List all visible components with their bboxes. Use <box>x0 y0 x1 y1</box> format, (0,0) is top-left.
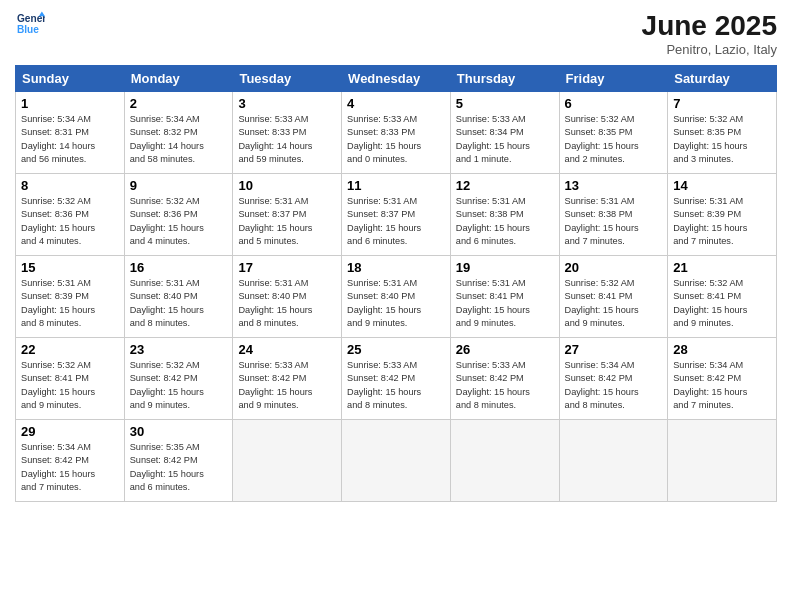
day-info: Sunrise: 5:31 AM Sunset: 8:38 PM Dayligh… <box>456 195 554 248</box>
day-number: 28 <box>673 342 771 357</box>
day-number: 27 <box>565 342 663 357</box>
calendar-table: Sunday Monday Tuesday Wednesday Thursday… <box>15 65 777 502</box>
col-tuesday: Tuesday <box>233 66 342 92</box>
calendar-week-row: 15Sunrise: 5:31 AM Sunset: 8:39 PM Dayli… <box>16 256 777 338</box>
table-row: 9Sunrise: 5:32 AM Sunset: 8:36 PM Daylig… <box>124 174 233 256</box>
table-row: 4Sunrise: 5:33 AM Sunset: 8:33 PM Daylig… <box>342 92 451 174</box>
day-info: Sunrise: 5:32 AM Sunset: 8:35 PM Dayligh… <box>565 113 663 166</box>
day-info: Sunrise: 5:31 AM Sunset: 8:37 PM Dayligh… <box>238 195 336 248</box>
day-number: 22 <box>21 342 119 357</box>
day-number: 4 <box>347 96 445 111</box>
day-number: 19 <box>456 260 554 275</box>
logo: General Blue <box>15 10 45 38</box>
day-info: Sunrise: 5:34 AM Sunset: 8:32 PM Dayligh… <box>130 113 228 166</box>
day-info: Sunrise: 5:32 AM Sunset: 8:41 PM Dayligh… <box>673 277 771 330</box>
day-info: Sunrise: 5:33 AM Sunset: 8:34 PM Dayligh… <box>456 113 554 166</box>
table-row: 21Sunrise: 5:32 AM Sunset: 8:41 PM Dayli… <box>668 256 777 338</box>
day-number: 20 <box>565 260 663 275</box>
day-info: Sunrise: 5:34 AM Sunset: 8:42 PM Dayligh… <box>565 359 663 412</box>
table-row: 11Sunrise: 5:31 AM Sunset: 8:37 PM Dayli… <box>342 174 451 256</box>
day-number: 8 <box>21 178 119 193</box>
day-info: Sunrise: 5:35 AM Sunset: 8:42 PM Dayligh… <box>130 441 228 494</box>
day-info: Sunrise: 5:33 AM Sunset: 8:33 PM Dayligh… <box>238 113 336 166</box>
col-wednesday: Wednesday <box>342 66 451 92</box>
table-row: 7Sunrise: 5:32 AM Sunset: 8:35 PM Daylig… <box>668 92 777 174</box>
table-row <box>233 420 342 502</box>
day-info: Sunrise: 5:31 AM Sunset: 8:39 PM Dayligh… <box>673 195 771 248</box>
table-row: 12Sunrise: 5:31 AM Sunset: 8:38 PM Dayli… <box>450 174 559 256</box>
table-row <box>559 420 668 502</box>
day-number: 9 <box>130 178 228 193</box>
table-row: 20Sunrise: 5:32 AM Sunset: 8:41 PM Dayli… <box>559 256 668 338</box>
day-number: 5 <box>456 96 554 111</box>
table-row <box>668 420 777 502</box>
logo-icon: General Blue <box>17 10 45 38</box>
table-row: 13Sunrise: 5:31 AM Sunset: 8:38 PM Dayli… <box>559 174 668 256</box>
calendar-week-row: 1Sunrise: 5:34 AM Sunset: 8:31 PM Daylig… <box>16 92 777 174</box>
day-info: Sunrise: 5:31 AM Sunset: 8:41 PM Dayligh… <box>456 277 554 330</box>
day-info: Sunrise: 5:32 AM Sunset: 8:42 PM Dayligh… <box>130 359 228 412</box>
table-row: 28Sunrise: 5:34 AM Sunset: 8:42 PM Dayli… <box>668 338 777 420</box>
table-row: 22Sunrise: 5:32 AM Sunset: 8:41 PM Dayli… <box>16 338 125 420</box>
table-row: 24Sunrise: 5:33 AM Sunset: 8:42 PM Dayli… <box>233 338 342 420</box>
col-friday: Friday <box>559 66 668 92</box>
table-row: 17Sunrise: 5:31 AM Sunset: 8:40 PM Dayli… <box>233 256 342 338</box>
table-row: 6Sunrise: 5:32 AM Sunset: 8:35 PM Daylig… <box>559 92 668 174</box>
calendar-week-row: 22Sunrise: 5:32 AM Sunset: 8:41 PM Dayli… <box>16 338 777 420</box>
table-row: 30Sunrise: 5:35 AM Sunset: 8:42 PM Dayli… <box>124 420 233 502</box>
day-info: Sunrise: 5:31 AM Sunset: 8:38 PM Dayligh… <box>565 195 663 248</box>
calendar-week-row: 8Sunrise: 5:32 AM Sunset: 8:36 PM Daylig… <box>16 174 777 256</box>
table-row <box>450 420 559 502</box>
day-info: Sunrise: 5:34 AM Sunset: 8:42 PM Dayligh… <box>21 441 119 494</box>
day-number: 6 <box>565 96 663 111</box>
day-info: Sunrise: 5:34 AM Sunset: 8:31 PM Dayligh… <box>21 113 119 166</box>
day-number: 25 <box>347 342 445 357</box>
day-number: 17 <box>238 260 336 275</box>
header: General Blue June 2025 Penitro, Lazio, I… <box>15 10 777 57</box>
location: Penitro, Lazio, Italy <box>642 42 777 57</box>
day-number: 1 <box>21 96 119 111</box>
title-area: June 2025 Penitro, Lazio, Italy <box>642 10 777 57</box>
table-row: 26Sunrise: 5:33 AM Sunset: 8:42 PM Dayli… <box>450 338 559 420</box>
day-number: 29 <box>21 424 119 439</box>
table-row: 3Sunrise: 5:33 AM Sunset: 8:33 PM Daylig… <box>233 92 342 174</box>
table-row: 19Sunrise: 5:31 AM Sunset: 8:41 PM Dayli… <box>450 256 559 338</box>
day-info: Sunrise: 5:33 AM Sunset: 8:42 PM Dayligh… <box>456 359 554 412</box>
day-number: 24 <box>238 342 336 357</box>
day-info: Sunrise: 5:32 AM Sunset: 8:36 PM Dayligh… <box>130 195 228 248</box>
day-info: Sunrise: 5:32 AM Sunset: 8:36 PM Dayligh… <box>21 195 119 248</box>
day-number: 3 <box>238 96 336 111</box>
table-row: 29Sunrise: 5:34 AM Sunset: 8:42 PM Dayli… <box>16 420 125 502</box>
page: General Blue June 2025 Penitro, Lazio, I… <box>0 0 792 612</box>
day-number: 12 <box>456 178 554 193</box>
table-row: 16Sunrise: 5:31 AM Sunset: 8:40 PM Dayli… <box>124 256 233 338</box>
day-info: Sunrise: 5:31 AM Sunset: 8:40 PM Dayligh… <box>347 277 445 330</box>
table-row: 14Sunrise: 5:31 AM Sunset: 8:39 PM Dayli… <box>668 174 777 256</box>
day-info: Sunrise: 5:32 AM Sunset: 8:35 PM Dayligh… <box>673 113 771 166</box>
day-number: 13 <box>565 178 663 193</box>
day-info: Sunrise: 5:31 AM Sunset: 8:40 PM Dayligh… <box>130 277 228 330</box>
col-thursday: Thursday <box>450 66 559 92</box>
day-number: 30 <box>130 424 228 439</box>
day-number: 11 <box>347 178 445 193</box>
col-saturday: Saturday <box>668 66 777 92</box>
day-info: Sunrise: 5:32 AM Sunset: 8:41 PM Dayligh… <box>21 359 119 412</box>
day-number: 26 <box>456 342 554 357</box>
day-number: 21 <box>673 260 771 275</box>
table-row: 15Sunrise: 5:31 AM Sunset: 8:39 PM Dayli… <box>16 256 125 338</box>
day-number: 10 <box>238 178 336 193</box>
table-row <box>342 420 451 502</box>
table-row: 18Sunrise: 5:31 AM Sunset: 8:40 PM Dayli… <box>342 256 451 338</box>
table-row: 10Sunrise: 5:31 AM Sunset: 8:37 PM Dayli… <box>233 174 342 256</box>
day-info: Sunrise: 5:33 AM Sunset: 8:42 PM Dayligh… <box>238 359 336 412</box>
table-row: 23Sunrise: 5:32 AM Sunset: 8:42 PM Dayli… <box>124 338 233 420</box>
month-title: June 2025 <box>642 10 777 42</box>
day-number: 16 <box>130 260 228 275</box>
day-info: Sunrise: 5:33 AM Sunset: 8:42 PM Dayligh… <box>347 359 445 412</box>
table-row: 25Sunrise: 5:33 AM Sunset: 8:42 PM Dayli… <box>342 338 451 420</box>
day-info: Sunrise: 5:31 AM Sunset: 8:37 PM Dayligh… <box>347 195 445 248</box>
day-info: Sunrise: 5:31 AM Sunset: 8:40 PM Dayligh… <box>238 277 336 330</box>
day-number: 18 <box>347 260 445 275</box>
day-number: 14 <box>673 178 771 193</box>
svg-text:Blue: Blue <box>17 24 39 35</box>
